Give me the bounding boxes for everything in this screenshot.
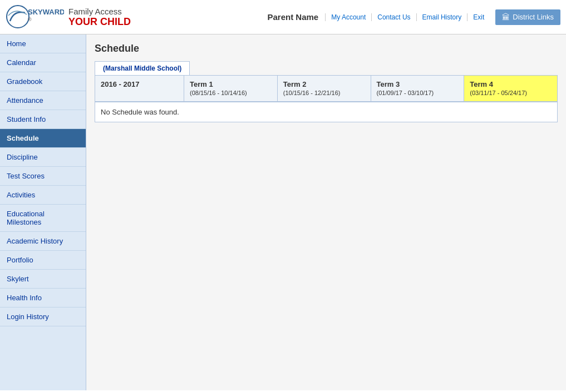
sidebar-item-discipline[interactable]: Discipline xyxy=(0,148,86,167)
sidebar-item-educational-milestones[interactable]: Educational Milestones xyxy=(0,205,86,232)
term3-cell[interactable]: Term 3 (01/09/17 - 03/10/17) xyxy=(371,76,465,101)
school-tabs: (Marshall Middle School) xyxy=(95,61,558,75)
district-links-button[interactable]: 🏛 District Links xyxy=(495,9,560,25)
term3-dates: (01/09/17 - 03/10/17) xyxy=(377,90,434,96)
sidebar-item-test-scores[interactable]: Test Scores xyxy=(0,167,86,186)
term2-cell[interactable]: Term 2 (10/15/16 - 12/21/16) xyxy=(278,76,371,101)
sidebar-item-skylert[interactable]: Skylert xyxy=(0,270,86,289)
family-access-label: Family Access xyxy=(68,7,131,16)
term3-name: Term 3 xyxy=(377,80,459,88)
schedule-table: 2016 - 2017 Term 1 (08/15/16 - 10/14/16)… xyxy=(95,75,558,122)
sidebar-item-student-info[interactable]: Student Info xyxy=(0,110,86,129)
no-schedule-message: No Schedule was found. xyxy=(95,102,557,122)
sidebar-item-health-info[interactable]: Health Info xyxy=(0,289,86,307)
parent-name: Parent Name xyxy=(268,12,319,22)
my-account-link[interactable]: My Account xyxy=(325,13,371,21)
term1-cell[interactable]: Term 1 (08/15/16 - 10/14/16) xyxy=(184,76,278,101)
term4-cell[interactable]: Term 4 (03/11/17 - 05/24/17) xyxy=(464,76,557,101)
svg-text:®: ® xyxy=(28,17,32,22)
logo-area: SKYWARD ® Family Access YOUR CHILD xyxy=(6,4,131,29)
sidebar-item-academic-history[interactable]: Academic History xyxy=(0,232,86,251)
header: SKYWARD ® Family Access YOUR CHILD Paren… xyxy=(0,0,566,34)
sidebar-item-portfolio[interactable]: Portfolio xyxy=(0,251,86,270)
exit-link[interactable]: Exit xyxy=(467,13,490,21)
sidebar-item-attendance[interactable]: Attendance xyxy=(0,91,86,110)
logo-text: Family Access YOUR CHILD xyxy=(68,7,131,28)
sidebar-item-home[interactable]: Home xyxy=(0,34,86,53)
header-right: Parent Name My Account Contact Us Email … xyxy=(268,9,561,25)
content-area: Schedule (Marshall Middle School) 2016 -… xyxy=(86,34,566,390)
contact-us-link[interactable]: Contact Us xyxy=(371,13,416,21)
district-links-icon: 🏛 xyxy=(502,13,510,22)
schedule-header-row: 2016 - 2017 Term 1 (08/15/16 - 10/14/16)… xyxy=(95,76,557,102)
sidebar-item-calendar[interactable]: Calendar xyxy=(0,53,86,72)
term2-name: Term 2 xyxy=(283,80,365,88)
sidebar: Home Calendar Gradebook Attendance Stude… xyxy=(0,34,86,390)
your-child-label: YOUR CHILD xyxy=(68,16,131,28)
svg-point-0 xyxy=(7,6,29,28)
district-links-label: District Links xyxy=(513,13,554,21)
sidebar-item-activities[interactable]: Activities xyxy=(0,186,86,205)
email-history-link[interactable]: Email History xyxy=(416,13,467,21)
school-tab[interactable]: (Marshall Middle School) xyxy=(95,61,190,75)
year-cell: 2016 - 2017 xyxy=(95,76,184,101)
main-layout: Home Calendar Gradebook Attendance Stude… xyxy=(0,34,566,390)
sidebar-item-gradebook[interactable]: Gradebook xyxy=(0,72,86,91)
sidebar-item-login-history[interactable]: Login History xyxy=(0,307,86,326)
term2-dates: (10/15/16 - 12/21/16) xyxy=(283,90,341,96)
page-title: Schedule xyxy=(95,43,558,54)
sidebar-item-schedule[interactable]: Schedule xyxy=(0,129,86,148)
header-nav: My Account Contact Us Email History Exit xyxy=(325,13,490,21)
term1-dates: (08/15/16 - 10/14/16) xyxy=(190,90,247,96)
term4-name: Term 4 xyxy=(470,80,552,88)
term1-name: Term 1 xyxy=(190,80,272,88)
svg-text:SKYWARD: SKYWARD xyxy=(28,8,64,16)
term4-dates: (03/11/17 - 05/24/17) xyxy=(470,90,527,96)
skyward-logo: SKYWARD ® xyxy=(6,4,64,29)
header-left: SKYWARD ® Family Access YOUR CHILD xyxy=(6,4,131,29)
